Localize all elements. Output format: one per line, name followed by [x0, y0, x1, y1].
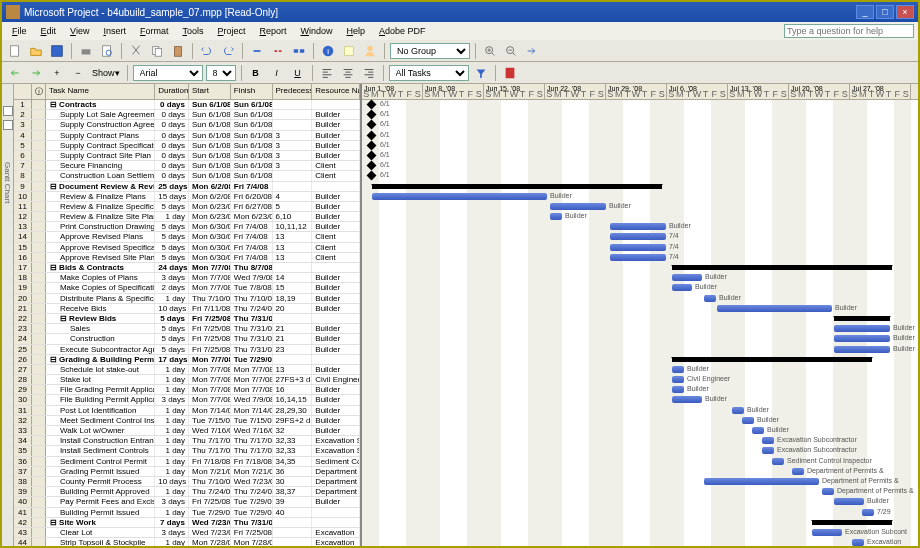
milestone-icon[interactable] [367, 150, 377, 160]
table-row[interactable]: 44Strip Topsoil & Stockpile1 dayMon 7/28… [14, 538, 360, 548]
gantt-row[interactable]: Builder [362, 283, 918, 293]
summary-bar[interactable] [812, 520, 892, 525]
show-sub-icon[interactable]: + [48, 64, 66, 82]
menu-file[interactable]: File [6, 24, 33, 38]
task-bar[interactable] [742, 417, 754, 424]
save-icon[interactable] [48, 42, 66, 60]
gantt-row[interactable]: 7/4 [362, 232, 918, 242]
table-row[interactable]: 32Meet Sediment Control Inspector1 dayTu… [14, 416, 360, 426]
zoom-in-icon[interactable] [481, 42, 499, 60]
gantt-row[interactable]: Department of Permits & [362, 487, 918, 497]
gantt-row[interactable]: 6/1 [362, 110, 918, 120]
gantt-row[interactable]: Department of Permits & [362, 467, 918, 477]
gantt-row[interactable]: 6/1 [362, 141, 918, 151]
task-bar[interactable] [762, 447, 774, 454]
table-row[interactable]: 11Review & Finalize Specifications5 days… [14, 202, 360, 212]
gantt-row[interactable]: Builder [362, 202, 918, 212]
gantt-row[interactable]: Builder [362, 395, 918, 405]
task-bar[interactable] [732, 407, 744, 414]
gantt-row[interactable]: 7/4 [362, 243, 918, 253]
print-icon[interactable] [77, 42, 95, 60]
table-row[interactable]: 24Construction5 daysFri 7/25/08Thu 7/31/… [14, 334, 360, 344]
split-icon[interactable] [290, 42, 308, 60]
col-duration[interactable]: Duration [155, 84, 189, 99]
gantt-row[interactable] [362, 182, 918, 192]
menu-help[interactable]: Help [341, 24, 372, 38]
col-pred[interactable]: Predecessors [273, 84, 313, 99]
table-row[interactable]: 37Grading Permit Issued1 dayMon 7/21/08M… [14, 467, 360, 477]
maximize-button[interactable]: □ [876, 5, 894, 19]
table-row[interactable]: 28Stake lot1 dayMon 7/7/08Mon 7/7/0827FS… [14, 375, 360, 385]
col-id[interactable] [14, 84, 32, 99]
summary-bar[interactable] [672, 265, 892, 270]
gantt-row[interactable]: Builder [362, 222, 918, 232]
col-task[interactable]: Task Name [46, 84, 155, 99]
task-bar[interactable] [610, 233, 666, 240]
gantt-row[interactable]: Builder [362, 497, 918, 507]
gantt-row[interactable]: 6/1 [362, 100, 918, 110]
task-bar[interactable] [550, 203, 606, 210]
task-bar[interactable] [752, 427, 764, 434]
task-bar[interactable] [610, 223, 666, 230]
table-row[interactable]: 21Receive Bids10 daysFri 7/11/08Thu 7/24… [14, 304, 360, 314]
task-bar[interactable] [822, 488, 834, 495]
gantt-row[interactable]: Builder [362, 304, 918, 314]
task-bar[interactable] [672, 396, 702, 403]
gantt-row[interactable]: 6/1 [362, 171, 918, 181]
table-row[interactable]: 17⊟ Bids & Contracts24 daysMon 7/7/08Thu… [14, 263, 360, 273]
gantt-row[interactable]: Builder [362, 345, 918, 355]
task-bar[interactable] [717, 305, 832, 312]
task-bar[interactable] [834, 335, 890, 342]
table-row[interactable]: 10Review & Finalize Plans15 daysMon 6/2/… [14, 192, 360, 202]
gantt-row[interactable]: 7/29 [362, 508, 918, 518]
gantt-row[interactable]: Builder [362, 406, 918, 416]
bold-icon[interactable]: B [247, 64, 265, 82]
close-button[interactable]: × [896, 5, 914, 19]
table-row[interactable]: 42⊟ Site Work7 daysWed 7/23/08Thu 7/31/0… [14, 518, 360, 528]
cut-icon[interactable] [127, 42, 145, 60]
milestone-icon[interactable] [367, 100, 377, 110]
gantt-row[interactable]: 6/1 [362, 151, 918, 161]
menu-project[interactable]: Project [211, 24, 251, 38]
milestone-icon[interactable] [367, 120, 377, 130]
gantt-row[interactable] [362, 355, 918, 365]
gantt-row[interactable]: Excavation [362, 538, 918, 548]
task-bar[interactable] [762, 437, 774, 444]
hide-sub-icon[interactable]: − [69, 64, 87, 82]
gantt-body[interactable]: 6/16/16/16/16/16/16/16/1BuilderBuilderBu… [362, 100, 918, 548]
table-row[interactable]: 23Sales5 daysFri 7/25/08Thu 7/31/0821Bui… [14, 324, 360, 334]
view-icon-2[interactable] [3, 120, 13, 130]
table-row[interactable]: 33Walk Lot w/Owner1 dayWed 7/16/08Wed 7/… [14, 426, 360, 436]
gantt-row[interactable]: Department of Permits & [362, 477, 918, 487]
milestone-icon[interactable] [367, 140, 377, 150]
table-row[interactable]: 34Install Construction Entrance1 dayThu … [14, 436, 360, 446]
task-bar[interactable] [372, 193, 547, 200]
notes-icon[interactable] [340, 42, 358, 60]
table-row[interactable]: 8Construction Loan Settlement0 daysSun 6… [14, 171, 360, 181]
week-header[interactable]: Jun 1, '08SMTWTFS [362, 84, 423, 99]
gantt-row[interactable]: 7/4 [362, 253, 918, 263]
help-input[interactable] [784, 24, 914, 38]
outdent-icon[interactable] [6, 64, 24, 82]
gantt-row[interactable]: Civil Engineer [362, 375, 918, 385]
gantt-row[interactable]: Excavation Subcont [362, 528, 918, 538]
goto-icon[interactable] [523, 42, 541, 60]
table-row[interactable]: 31Post Lot Identification1 dayMon 7/14/0… [14, 406, 360, 416]
task-bar[interactable] [610, 254, 666, 261]
view-icon-1[interactable] [3, 106, 13, 116]
show-dropdown[interactable]: Show▾ [92, 68, 120, 78]
size-select[interactable]: 8 [206, 65, 236, 81]
table-row[interactable]: 3Supply Construction Agreement0 daysSun … [14, 120, 360, 130]
week-header[interactable]: Jun 15, '08SMTWTFS [484, 84, 545, 99]
minimize-button[interactable]: _ [856, 5, 874, 19]
gantt-row[interactable]: Sediment Control Inspector [362, 457, 918, 467]
indent-icon[interactable] [27, 64, 45, 82]
milestone-icon[interactable] [367, 130, 377, 140]
table-row[interactable]: 6Supply Contract Site Plan0 daysSun 6/1/… [14, 151, 360, 161]
week-header[interactable]: Jul 13, '08SMTWTFS [728, 84, 789, 99]
gantt-row[interactable]: Builder [362, 212, 918, 222]
milestone-icon[interactable] [367, 171, 377, 181]
gantt-row[interactable] [362, 314, 918, 324]
col-indicator[interactable]: ⓘ [32, 84, 46, 99]
menu-window[interactable]: Window [295, 24, 339, 38]
